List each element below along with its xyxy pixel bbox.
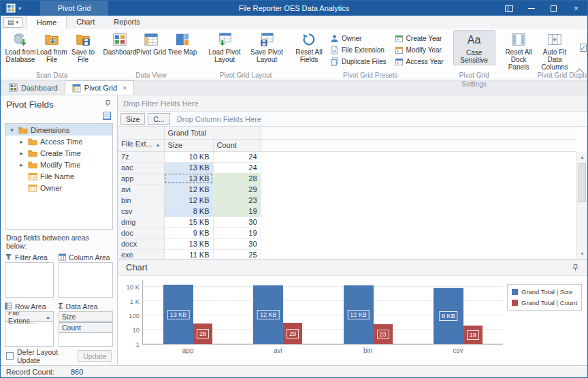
cell-count-7z[interactable]: 24 <box>213 151 261 162</box>
tree-item-owner[interactable]: Owner <box>5 182 112 193</box>
row-header-doc[interactable]: doc <box>118 227 164 238</box>
cell-size-exe[interactable]: 11 KB <box>164 249 213 259</box>
bar-size-avi[interactable]: 12 KB <box>253 285 283 344</box>
cell-size-csv[interactable]: 8 KB <box>164 206 213 217</box>
cell-size-bin[interactable]: 12 KB <box>164 195 213 206</box>
bar-size-app[interactable]: 13 KB <box>163 285 193 344</box>
chart-pin-icon[interactable] <box>572 264 579 272</box>
show-chart-checkbox[interactable]: ✓ Show Chart <box>573 30 588 65</box>
minimize-button[interactable] <box>520 1 542 16</box>
tree-item-access-time[interactable]: ▸Access Time <box>5 136 112 147</box>
expand-arrow-icon[interactable]: ▾ <box>8 127 16 133</box>
reset-all-dock-panels-button[interactable]: Reset All Dock Panels <box>501 30 537 71</box>
data-header-chip-size[interactable]: Size <box>120 113 145 125</box>
bar-count-csv[interactable]: 19 <box>463 326 483 344</box>
reset-all-fields-button[interactable]: Reset All Fields <box>293 30 325 65</box>
preset-access-year-button[interactable]: Access Year <box>392 56 446 67</box>
scroll-down-icon[interactable]: ▼ <box>577 249 587 259</box>
row-header-avi[interactable]: avi <box>118 184 164 195</box>
cell-count-exe[interactable]: 25 <box>213 249 261 259</box>
size-column-header[interactable]: Size <box>164 139 213 151</box>
tree-item-modify-time[interactable]: ▸Modify Time <box>5 159 112 170</box>
row-header-app[interactable]: app <box>118 173 164 184</box>
collapse-ribbon-button[interactable] <box>577 67 582 76</box>
load-pivot-layout-button[interactable]: Load Pivot Layout <box>203 30 246 65</box>
preset-duplicate-files-button[interactable]: Duplicate Files <box>327 56 389 67</box>
app-logo-icon[interactable] <box>6 3 16 13</box>
tab-pivot-grid[interactable]: Pivot Grid × <box>65 80 134 95</box>
close-tab-icon[interactable]: × <box>122 84 127 92</box>
field-list-icon[interactable] <box>103 112 111 122</box>
panel-options-button[interactable] <box>497 1 520 16</box>
row-field-header[interactable]: File Ext...▲ <box>118 139 164 151</box>
column-area-box[interactable] <box>59 262 113 298</box>
tree-item-create-time[interactable]: ▸Create Time <box>5 147 112 159</box>
tab-dashboard[interactable]: Dashboard <box>2 80 65 95</box>
preset-modify-year-button[interactable]: Modify Year <box>392 44 446 56</box>
bar-count-app[interactable]: 28 <box>193 324 212 344</box>
data-area-box[interactable]: SizeCount <box>59 311 113 347</box>
collapse-arrow-icon[interactable]: ▸ <box>18 161 25 168</box>
case-sensitive-toggle-button[interactable]: Aa Case Sensitive <box>453 30 495 65</box>
tree-item-file-name[interactable]: File Name <box>5 170 112 182</box>
drop-column-fields-area[interactable]: SizeC... Drop Column Fields Here <box>118 112 587 127</box>
cell-count-avi[interactable]: 29 <box>213 184 261 195</box>
ribbon-tab-home[interactable]: Home <box>27 16 67 29</box>
cell-size-docx[interactable]: 13 KB <box>164 238 213 249</box>
application-menu-button[interactable]: ▤ ▾ <box>3 17 22 28</box>
save-pivot-layout-button[interactable]: Save Pivot Layout <box>246 30 288 65</box>
count-column-header[interactable]: Count <box>213 139 261 151</box>
bar-size-bin[interactable]: 12 KB <box>344 285 374 344</box>
update-button[interactable]: Update <box>78 350 112 362</box>
drop-filter-fields-area[interactable]: Drop Filter Fields Here <box>118 95 587 112</box>
row-header-docx[interactable]: docx <box>118 238 164 249</box>
scroll-up-icon[interactable]: ▲ <box>577 152 587 162</box>
filter-area-box[interactable] <box>5 262 54 298</box>
row-area-box[interactable]: File Extens...▲ <box>5 311 54 347</box>
cell-count-csv[interactable]: 19 <box>213 206 261 217</box>
cell-size-aac[interactable]: 13 KB <box>164 162 213 173</box>
cell-count-aac[interactable]: 24 <box>213 162 261 173</box>
maximize-button[interactable] <box>542 1 565 16</box>
scrollbar-track[interactable] <box>577 162 587 249</box>
row-header-exe[interactable]: exe <box>118 249 164 259</box>
collapse-arrow-icon[interactable]: ▸ <box>18 138 25 145</box>
cell-count-docx[interactable]: 30 <box>213 238 261 249</box>
grand-total-header[interactable]: Grand Total <box>164 127 261 139</box>
cell-count-bin[interactable]: 23 <box>213 195 261 206</box>
row-header-bin[interactable]: bin <box>118 195 164 206</box>
bar-count-bin[interactable]: 23 <box>374 324 393 344</box>
cell-count-dmg[interactable]: 30 <box>213 217 261 227</box>
cell-size-app[interactable]: 13 KB <box>164 173 213 184</box>
data-header-chip-c[interactable]: C... <box>148 113 169 125</box>
pin-icon[interactable] <box>104 99 112 109</box>
bar-size-csv[interactable]: 8 KB <box>434 288 463 344</box>
vertical-scrollbar[interactable]: ▲ ▼ <box>576 152 587 259</box>
data-field-chip-size[interactable]: Size <box>59 311 113 322</box>
preset-file-extension-button[interactable]: File Extension <box>327 44 389 56</box>
cell-size-7z[interactable]: 10 KB <box>164 151 213 162</box>
cell-count-doc[interactable]: 19 <box>213 227 261 238</box>
pivot-grid-button[interactable]: Pivot Grid <box>135 30 167 65</box>
cell-size-avi[interactable]: 12 KB <box>164 184 213 195</box>
scrollbar-thumb[interactable] <box>578 163 586 202</box>
ribbon-tab-chart[interactable]: Chart <box>67 16 104 29</box>
tree-map-button[interactable]: Tree Map <box>167 30 198 65</box>
row-header-csv[interactable]: csv <box>118 206 164 217</box>
auto-fit-data-columns-button[interactable]: Auto Fit Data Columns <box>537 30 573 71</box>
close-button[interactable]: × <box>565 1 587 16</box>
row-header-7z[interactable]: 7z <box>118 151 164 162</box>
row-header-aac[interactable]: aac <box>118 162 164 173</box>
row-header-dmg[interactable]: dmg <box>118 217 164 227</box>
load-from-file-button[interactable]: Load from File <box>36 30 67 65</box>
load-from-database-button[interactable]: Load from Database <box>5 30 36 65</box>
quick-access-caret-icon[interactable]: ▾ <box>18 5 21 12</box>
dashboard-button[interactable]: Dashboard <box>104 30 135 65</box>
cell-size-doc[interactable]: 9 KB <box>164 227 213 238</box>
data-field-chip-count[interactable]: Count <box>59 322 113 333</box>
save-to-file-button[interactable]: Save to File <box>67 30 99 65</box>
defer-layout-update-checkbox[interactable] <box>6 352 14 360</box>
cell-count-app[interactable]: 28 <box>213 173 261 184</box>
preset-create-year-button[interactable]: Create Year <box>392 33 446 44</box>
titlebar-document-tab[interactable]: Pivot Grid <box>40 1 108 16</box>
